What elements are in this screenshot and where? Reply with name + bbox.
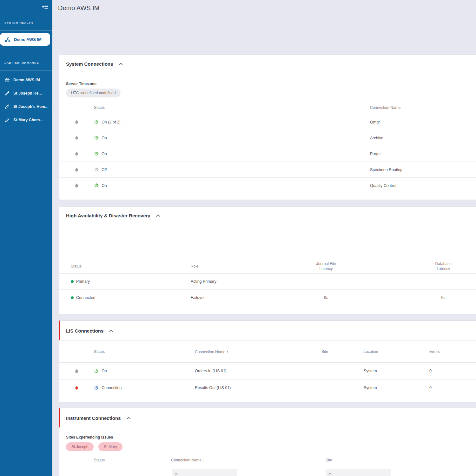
sites-experiencing-issues-label: Sites Experiencing Issues (66, 435, 476, 440)
sidebar-item-st-josephs-hem[interactable]: St Joseph's Hem... (0, 102, 52, 111)
column-header-connection-name-sortable[interactable]: Connection Name↑ (195, 349, 321, 354)
section-label-lab-performance: LAB PERFORMANCE (4, 61, 39, 64)
server-timezone-chip: UTC+undefined undefined (66, 89, 121, 97)
sidebar: SYSTEM HEALTH Demo AWS IM LAB PERFORMANC… (0, 0, 52, 476)
status-text: On (102, 136, 107, 140)
page-title: Demo AWS IM (58, 4, 99, 12)
chevron-up-icon[interactable] (108, 328, 115, 334)
pencil-icon (4, 117, 10, 123)
power-on-icon (94, 183, 99, 188)
column-header-errors: Errors (429, 349, 476, 354)
sort-ascending-icon: ↑ (227, 349, 229, 354)
table-header-row: Status Connection Name↑ Site (59, 451, 476, 469)
column-header-location: Location (364, 349, 429, 354)
alert-accent-bar (59, 321, 60, 340)
errors-cell: 0 (429, 386, 476, 390)
bell-icon[interactable] (74, 167, 79, 172)
column-header-status: Status (71, 264, 191, 268)
site-chip-st-mary: St Mary (98, 442, 122, 451)
sidebar-divider (0, 30, 52, 30)
connection-name-filter-input[interactable] (172, 469, 237, 476)
chevron-up-icon[interactable] (117, 61, 124, 67)
column-header-connection-name-sortable[interactable]: Connection Name↑ (171, 458, 326, 463)
panel-header: System Connections (59, 55, 476, 73)
panel-ha-dr: High Availability & Disaster Recovery St… (59, 206, 476, 314)
bell-icon[interactable] (74, 183, 79, 188)
table-row: Off Specimen Routing (59, 162, 476, 178)
panel-header: Instrument Connections (59, 408, 476, 428)
power-on-icon (94, 369, 99, 374)
search-icon (174, 473, 237, 476)
journal-latency-cell: 0s (280, 295, 373, 300)
site-chip-row: St Joseph St Mary (66, 442, 476, 451)
menu-fold-icon (42, 3, 49, 10)
errors-cell: 0 (429, 369, 476, 373)
column-header-role: Role (191, 264, 280, 268)
status-text: On (102, 369, 107, 373)
database-latency-cell: 0s (397, 295, 476, 300)
status-dot-green (71, 296, 74, 299)
table-row: On Orders In (LIS 01) System 0 (59, 363, 476, 380)
table-header-row: Status Role Journal FileLatency Database… (59, 259, 476, 274)
panel-title: High Availability & Disaster Recovery (66, 213, 150, 218)
column-header-database-latency: DatabaseLatency (397, 261, 476, 271)
sidebar-item-label: Demo AWS IM (13, 78, 40, 82)
sort-ascending-icon: ↑ (203, 458, 205, 463)
location-cell: System (364, 386, 429, 390)
bell-icon[interactable] (74, 369, 79, 374)
power-on-icon (94, 136, 99, 140)
table-header-row: Status Connection Name↑ Site Location Er… (59, 341, 476, 363)
chevron-up-icon[interactable] (125, 415, 132, 421)
site-filter-input[interactable] (326, 469, 391, 476)
sidebar-item-label: St Joseph's Hem... (13, 104, 49, 109)
status-text: On (2 of 2) (102, 120, 121, 124)
status-text: On (102, 152, 107, 156)
sidebar-item-st-joseph-he[interactable]: St Joseph He... (0, 89, 52, 98)
server-timezone-label: Server Timezone (66, 82, 476, 86)
column-header-status: Status (94, 349, 195, 354)
section-label-system-health: SYSTEM HEALTH (4, 21, 33, 24)
table-row: Primary Acting Primary (59, 274, 476, 290)
connection-name: Specimen Routing (370, 168, 476, 172)
sidebar-divider (0, 70, 52, 70)
sidebar-collapse-button[interactable] (41, 3, 49, 11)
column-header-site: Site (321, 349, 364, 354)
panel-header: LIS Connections (59, 321, 476, 341)
filter-row (59, 469, 476, 476)
bank-icon (4, 77, 10, 83)
connection-name: Results Out (LIS 01) (195, 386, 321, 390)
table-row: On (2 of 2) Qmgr (59, 114, 476, 130)
connection-name: Quality Control (370, 183, 476, 188)
panel-title: LIS Connections (66, 328, 103, 334)
sidebar-item-label: Demo AWS IM (14, 37, 42, 42)
power-on-icon (94, 151, 99, 156)
panel-system-connections: System Connections Server Timezone UTC+u… (59, 55, 476, 200)
power-connecting-icon (94, 386, 99, 390)
table-row: Connected Failover 0s 0s (59, 290, 476, 306)
role-cell: Acting Primary (191, 279, 280, 284)
bell-icon[interactable] (74, 136, 79, 140)
role-cell: Failover (191, 295, 280, 300)
connection-name: Purge (370, 152, 476, 156)
panel-title: System Connections (66, 61, 113, 67)
sidebar-item-demo-aws-im-lab[interactable]: Demo AWS IM (0, 76, 52, 84)
bell-icon[interactable] (74, 120, 79, 124)
pencil-icon (4, 104, 10, 109)
table-row: On Quality Control (59, 178, 476, 193)
status-text: Primary (76, 279, 90, 284)
connection-name: Qmgr (370, 120, 476, 124)
power-on-icon (94, 120, 99, 124)
pencil-icon (4, 90, 10, 96)
site-chip-st-joseph: St Joseph (66, 442, 94, 451)
column-header-status: Status (94, 105, 370, 110)
panel-instrument-connections: Instrument Connections Sites Experiencin… (59, 408, 476, 476)
table-header-row: Status Connection Name (59, 101, 476, 114)
status-text: Connected (76, 295, 95, 300)
bell-icon[interactable] (74, 151, 79, 156)
column-header-connection-name: Connection Name (370, 105, 476, 110)
sidebar-item-st-mary-chem[interactable]: St Mary Chem... (0, 116, 52, 124)
bell-alert-icon[interactable] (74, 386, 79, 390)
chevron-up-icon[interactable] (155, 213, 162, 218)
sidebar-item-demo-aws-im-selected[interactable]: Demo AWS IM (0, 33, 50, 46)
status-text: On (102, 183, 107, 188)
